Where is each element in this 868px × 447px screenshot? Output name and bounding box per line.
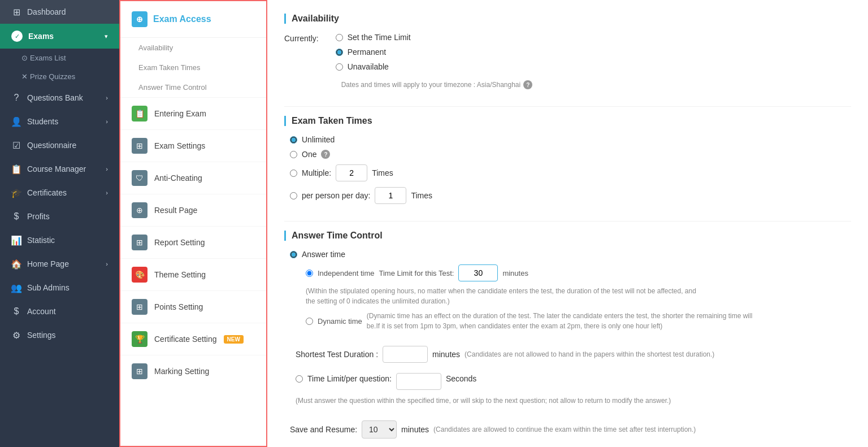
radio-per-person-input[interactable] <box>290 192 297 199</box>
one-help-icon[interactable]: ? <box>321 150 330 159</box>
theme-setting-icon: 🎨 <box>132 267 147 283</box>
sidebar-item-home-page[interactable]: 🏠 Home Page › <box>0 252 119 276</box>
sidebar-label-statistic: Statistic <box>27 236 55 245</box>
divider-2 <box>284 221 851 222</box>
students-chevron: › <box>106 118 108 125</box>
sidebar-item-certificates[interactable]: 🎓 Certificates › <box>0 181 119 205</box>
permanent-label: Permanent <box>348 47 386 57</box>
sidebar-item-statistic[interactable]: 📊 Statistic <box>0 228 119 252</box>
answer-time-radio-group: Answer time Independent time Time Limit … <box>290 250 851 439</box>
shortest-label: Shortest Test Duration : <box>296 350 378 359</box>
content-area: Availability Currently: Set the Time Lim… <box>267 0 868 447</box>
save-resume-label: Save and Resume: <box>290 425 357 434</box>
sidebar-item-account[interactable]: $ Account <box>0 300 119 323</box>
marking-setting-icon: ⊞ <box>132 363 147 379</box>
sidebar-item-questions-bank[interactable]: ? Questions Bank › <box>0 86 119 110</box>
multiple-times-input[interactable] <box>336 164 367 181</box>
sidebar-item-exams[interactable]: ✓ Exams ▾ <box>0 24 119 49</box>
radio-permanent[interactable]: Permanent <box>336 47 533 57</box>
questions-bank-chevron: › <box>106 94 108 101</box>
menu-marking-setting[interactable]: ⊞ Marking Setting <box>120 355 266 387</box>
radio-answer-time-input[interactable] <box>290 251 297 258</box>
radio-set-time-limit-input[interactable] <box>336 34 343 41</box>
unlimited-label: Unlimited <box>302 135 335 144</box>
shortest-duration-row: Shortest Test Duration : minutes (Candid… <box>296 346 851 363</box>
shortest-duration-input[interactable] <box>383 346 428 363</box>
per-q-input[interactable] <box>396 373 441 390</box>
minutes-label: minutes <box>502 269 528 277</box>
sidebar-item-course-manager[interactable]: 📋 Course Manager › <box>0 157 119 181</box>
availability-section: Availability Currently: Set the Time Lim… <box>284 14 851 89</box>
link-availability[interactable]: Availability <box>120 38 266 58</box>
menu-anti-cheating[interactable]: 🛡 Anti-Cheating <box>120 162 266 194</box>
sub-admins-icon: 👥 <box>11 283 21 293</box>
menu-points-setting[interactable]: ⊞ Points Setting <box>120 290 266 323</box>
menu-theme-setting[interactable]: 🎨 Theme Setting <box>120 258 266 290</box>
sidebar-label-account: Account <box>27 307 56 316</box>
report-setting-label: Report Setting <box>154 238 205 247</box>
sidebar-label-profits: Profits <box>27 212 50 221</box>
radio-one[interactable]: One ? <box>290 150 851 159</box>
sidebar-item-prize-quizzes[interactable]: ✕ Prize Quizzes <box>0 67 119 86</box>
shortest-note: (Candidates are not allowed to hand in t… <box>465 349 714 359</box>
independent-time-label: Independent time <box>318 269 374 277</box>
menu-certificate-setting[interactable]: 🏆 Certificate Setting NEW <box>120 323 266 355</box>
radio-unlimited[interactable]: Unlimited <box>290 135 851 144</box>
menu-exam-settings[interactable]: ⊞ Exam Settings <box>120 129 266 162</box>
per-q-note: (Must answer the question within the spe… <box>296 396 671 406</box>
certificate-setting-icon: 🏆 <box>132 331 147 347</box>
sidebar-item-sub-admins[interactable]: 👥 Sub Admins <box>0 276 119 300</box>
sidebar-label-exams: Exams <box>28 32 54 41</box>
radio-answer-time[interactable]: Answer time <box>290 250 851 259</box>
answer-time-section: Answer Time Control Answer time Independ… <box>284 231 851 439</box>
sidebar-item-exams-list[interactable]: ⊙ Exams List <box>0 49 119 67</box>
menu-result-page[interactable]: ⊕ Result Page <box>120 194 266 226</box>
course-manager-icon: 📋 <box>11 164 21 174</box>
save-resume-note: (Candidates are allowed to continue the … <box>433 424 696 435</box>
exam-settings-label: Exam Settings <box>154 141 205 150</box>
marking-setting-label: Marking Setting <box>154 367 209 376</box>
account-icon: $ <box>11 306 21 316</box>
entering-exam-label: Entering Exam <box>154 109 206 118</box>
availability-title: Availability <box>284 14 851 24</box>
save-resume-row: Save and Resume: 10 20 30 60 120 minutes… <box>290 420 851 439</box>
timezone-note: Dates and times will apply to your timez… <box>341 80 533 89</box>
sidebar-item-dashboard[interactable]: ⊞ Dashboard <box>0 0 119 24</box>
radio-multiple-input[interactable] <box>290 170 297 177</box>
per-person-input[interactable] <box>375 187 406 204</box>
result-page-icon: ⊕ <box>132 202 147 218</box>
dashboard-icon: ⊞ <box>11 7 21 17</box>
sidebar-label-settings: Settings <box>27 331 56 340</box>
radio-dynamic-input[interactable] <box>306 318 313 325</box>
entering-exam-icon: 📋 <box>132 106 147 121</box>
menu-report-setting[interactable]: ⊞ Report Setting <box>120 226 266 258</box>
report-setting-icon: ⊞ <box>132 235 147 250</box>
link-answer-time-control[interactable]: Answer Time Control <box>120 77 266 97</box>
sidebar-item-settings[interactable]: ⚙ Settings <box>0 323 119 347</box>
independent-time-row: Independent time Time Limit for this Tes… <box>306 264 851 306</box>
exams-list-icon: ⊙ <box>21 54 28 62</box>
radio-permanent-input[interactable] <box>336 49 343 56</box>
sidebar-item-questionnaire[interactable]: ☑ Questionnaire <box>0 133 119 157</box>
sidebar-item-profits[interactable]: $ Profits <box>0 205 119 228</box>
anti-cheating-icon: 🛡 <box>132 170 147 186</box>
course-manager-chevron: › <box>106 166 108 172</box>
radio-unavailable[interactable]: Unavailable <box>336 62 533 71</box>
radio-unavailable-input[interactable] <box>336 63 343 71</box>
radio-unlimited-input[interactable] <box>290 136 297 144</box>
radio-independent-input[interactable] <box>306 270 313 277</box>
link-exam-taken-times[interactable]: Exam Taken Times <box>120 58 266 77</box>
sidebar-label-students: Students <box>27 117 58 126</box>
time-limit-input[interactable] <box>458 264 498 281</box>
sidebar-item-students[interactable]: 👤 Students › <box>0 110 119 133</box>
points-setting-label: Points Setting <box>154 302 203 311</box>
answer-time-title: Answer Time Control <box>284 231 851 241</box>
radio-set-time-limit[interactable]: Set the Time Limit <box>336 33 533 42</box>
timezone-help-icon[interactable]: ? <box>523 80 532 89</box>
save-resume-select[interactable]: 10 20 30 60 120 <box>362 420 397 439</box>
set-time-limit-label: Set the Time Limit <box>348 33 411 42</box>
radio-one-input[interactable] <box>290 151 297 158</box>
menu-entering-exam[interactable]: 📋 Entering Exam <box>120 97 266 129</box>
radio-per-question-input[interactable] <box>296 375 303 383</box>
sidebar-label-exams-list: Exams List <box>30 54 66 62</box>
